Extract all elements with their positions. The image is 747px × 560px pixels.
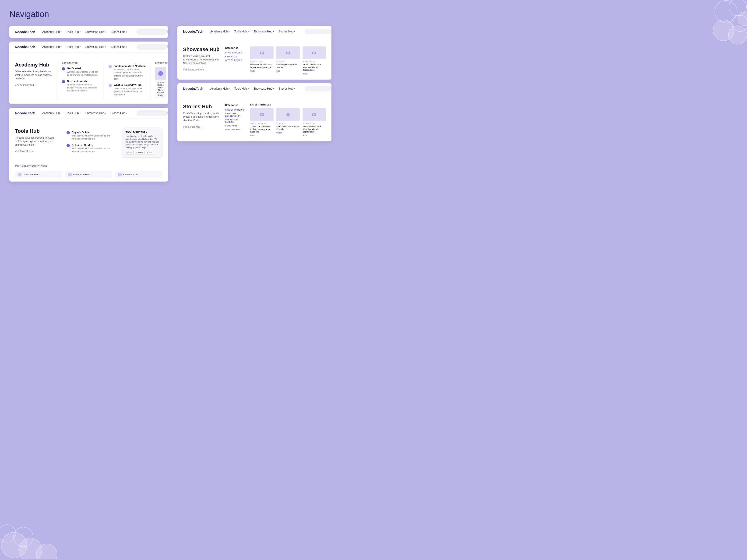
nav-item-stories-st[interactable]: Stories Hub ▾: [279, 87, 295, 90]
chevron-icon: ▾: [80, 31, 81, 33]
showcase-card-link-3[interactable]: Read: [303, 73, 307, 75]
navbar-showcase: Nocode.Tech Academy Hub ▾ Tools Hub ▾ Sh…: [177, 26, 332, 37]
stories-card-1: INDUSTRY NEWS 3 No-Code Database tools t…: [250, 108, 274, 137]
search-input-showcase[interactable]: [305, 29, 332, 34]
nav-stories-simple[interactable]: Stories Hub ▾: [111, 30, 127, 34]
academy-hub-info: Academy Hub Offers education library tha…: [15, 62, 52, 99]
academy-menu-item-4: What is No-Code? Hub Learn more about No…: [108, 83, 146, 96]
webapp-builders-icon: [68, 173, 72, 177]
stories-hub-title: Stories Hub: [183, 104, 221, 110]
academy-menu-item-2: Browse tutorials Tutorials directory off…: [62, 80, 99, 92]
search-input-tools[interactable]: [136, 110, 167, 116]
visit-tools-link[interactable]: Visit Tools Hub →: [15, 150, 33, 153]
nav-item-tools-st[interactable]: Tools Hub ▾: [234, 87, 249, 90]
showcase-card-title-2: Learning Management System: [276, 63, 300, 69]
showcase-card-link-2[interactable]: See: [276, 70, 280, 72]
category-definitive-guides[interactable]: DEFINITIVE GUIDES: [225, 118, 246, 123]
showcase-hub-desc: Contains various practical examples, rea…: [183, 54, 221, 65]
category-long-reads[interactable]: LONG READS: [225, 128, 246, 131]
category-podcasts[interactable]: PODCASTS: [225, 125, 246, 127]
visit-stories-link[interactable]: Visit Stories Hub →: [183, 126, 203, 128]
stories-hub-info: Stories Hub Read different topic article…: [183, 104, 221, 137]
academy-menu-right: Fundamentals of No-Code It's what we cal…: [104, 62, 146, 99]
tool-pick-business[interactable]: Business Tools: [115, 171, 162, 178]
tools-menu-desc-2: We'll tell you what No-Code can do and w…: [72, 147, 113, 153]
category-industry-news[interactable]: INDUSTRY NEWS: [225, 109, 246, 111]
stories-hub-desc: Read different topic articles, watch pod…: [183, 111, 221, 122]
nav-item-stories-a[interactable]: Stories Hub ▾: [111, 45, 127, 49]
search-input-academy[interactable]: [136, 44, 167, 50]
category-case-studies[interactable]: CASE-STUDIES: [225, 52, 246, 54]
svg-point-5: [738, 12, 747, 26]
nav-item-tools-t[interactable]: Tools Hub ▾: [66, 111, 80, 115]
showcase-categories: Categories CASE-STUDIES PROJECTS INTO TH…: [225, 47, 246, 75]
nav-item-tools-a[interactable]: Tools Hub ▾: [66, 45, 80, 49]
website-builders-icon: [18, 173, 22, 177]
nav-item-academy-st[interactable]: Academy Hub ▾: [210, 87, 230, 90]
category-projects[interactable]: PROJECTS: [225, 55, 246, 58]
nav-item-showcase-a[interactable]: Showcase Hub ▾: [85, 45, 106, 49]
showcase-cards-container: CASE STUDY Look how Nocode Tech implemen…: [250, 47, 326, 75]
nav-item-academy-t[interactable]: Academy Hub ▾: [42, 111, 61, 115]
svg-rect-26: [313, 114, 315, 114]
chevron-icon: ▾: [105, 31, 106, 33]
nav-item-showcase-s[interactable]: Showcase Hub ▾: [254, 30, 274, 33]
svg-rect-22: [261, 115, 262, 115]
tools-menu-item-1: Buyer's Guide We'll tell you what No-Cod…: [67, 131, 113, 140]
nav-item-showcase-t[interactable]: Showcase Hub ▾: [85, 111, 106, 115]
nav-academy-simple[interactable]: Academy Hub ▾: [42, 30, 61, 34]
svg-rect-21: [261, 114, 263, 114]
nav-item-stories-s[interactable]: Stories Hub ▾: [279, 30, 295, 33]
svg-point-10: [14, 527, 33, 547]
academy-panel-content: Academy Hub Offers education library tha…: [9, 57, 168, 104]
chevron-icon: ▾: [60, 31, 61, 33]
nav-item-academy[interactable]: Academy Hub ▾: [42, 45, 61, 49]
tool-pick-webapps[interactable]: Web App Builders: [65, 171, 112, 178]
nav-showcase-simple[interactable]: Showcase Hub ▾: [85, 30, 106, 34]
visit-academy-link[interactable]: Visit Academy Hub →: [15, 84, 37, 86]
stories-card-link-3[interactable]: Read: [303, 134, 307, 137]
tool-pick-label-business: Business Tools: [123, 173, 138, 176]
brand-showcase: Nocode.Tech: [183, 30, 203, 33]
tool-tag-stacker[interactable]: Stacker: [135, 151, 144, 155]
nav-item-academy-s[interactable]: Academy Hub ▾: [210, 30, 230, 33]
nav-item-tools-s[interactable]: Tools Hub ▾: [234, 30, 249, 33]
svg-rect-12: [261, 52, 263, 53]
menu-dot-3: [108, 65, 112, 68]
visit-showcase-link[interactable]: Visit Showcase Hub →: [183, 69, 207, 71]
top-picks-label: TOP TOOL CATEGORY PICKS: [15, 165, 162, 167]
stories-card-link-2[interactable]: Watch: [276, 132, 282, 134]
search-input-simple[interactable]: [136, 29, 167, 35]
stories-card-tag-2: PODCAST: [276, 123, 300, 125]
menu-item-desc-4: Learn more about No-Code in general and …: [114, 87, 146, 96]
category-in-the-wild[interactable]: INTO THE WILD: [225, 59, 246, 61]
showcase-hub-title: Showcase Hub: [183, 47, 221, 53]
showcase-card-link-1[interactable]: Read: [250, 70, 255, 72]
stories-articles-container: LATEST ARTICLES INDUSTRY NEWS 3 No-Code …: [250, 104, 326, 137]
svg-point-6: [1, 532, 27, 558]
tools-directory: TOOL DIRECTORY Tool directory is place f…: [118, 128, 162, 157]
tool-directory-box: TOOL DIRECTORY Tool directory is place f…: [123, 128, 162, 157]
category-thought-leadership[interactable]: THOUGHT LEADERSHIP: [225, 112, 246, 117]
brand-tools: Nocode.Tech: [15, 111, 35, 115]
tool-tag-adalo[interactable]: Adalo: [126, 151, 133, 155]
svg-point-9: [0, 525, 16, 542]
tool-pick-label-webapps: Web App Builders: [73, 173, 91, 176]
stories-card-title-2: Latest No-Code Podcast Episode: [276, 125, 300, 131]
tools-hub-info: Tools Hub Presents guide for choosing No…: [15, 128, 57, 157]
menu-dot: [62, 80, 65, 83]
menu-dot-4: [108, 84, 112, 87]
stories-categories: Categories INDUSTRY NEWS THOUGHT LEADERS…: [225, 104, 246, 137]
tool-pick-websites[interactable]: Website Builders: [15, 171, 62, 178]
search-input-stories[interactable]: [305, 86, 332, 91]
stories-cards: INDUSTRY NEWS 3 No-Code Database tools t…: [250, 108, 326, 137]
nav-item-showcase-st[interactable]: Showcase Hub ▾: [254, 87, 274, 90]
svg-rect-13: [261, 53, 262, 54]
tool-tag-glide[interactable]: Glide: [146, 151, 153, 155]
nav-tools-simple[interactable]: Tools Hub ▾: [66, 30, 80, 34]
showcase-card-img-2: [276, 47, 300, 59]
stories-card-link-1[interactable]: Read: [250, 134, 255, 137]
tools-panel-content: Tools Hub Presents guide for choosing No…: [9, 124, 168, 162]
latest-tutorials-label: LATEST TUTORIALS: [155, 62, 168, 64]
nav-item-stories-t[interactable]: Stories Hub ▾: [111, 111, 127, 115]
